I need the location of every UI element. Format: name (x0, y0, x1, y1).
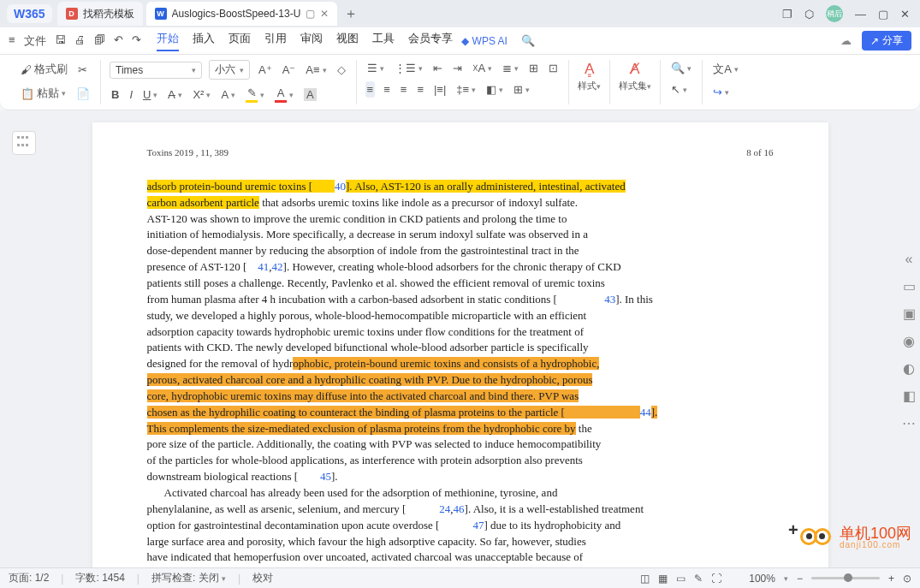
right-sidebar: « ▭ ▣ ◉ ◐ ◧ ⋯ (901, 252, 917, 431)
text-direction-icon[interactable]: ☓A▾ (471, 60, 495, 76)
cut-icon[interactable]: ✂ (76, 62, 89, 78)
decrease-indent-icon[interactable]: ⇤ (431, 60, 444, 76)
search-icon[interactable]: 🔍 (521, 34, 535, 47)
print-icon[interactable]: 🖨 (74, 33, 86, 49)
fit-page-icon[interactable]: ⊙ (903, 573, 911, 585)
clear-format-icon[interactable]: ◇ (335, 62, 347, 78)
line-spacing-icon[interactable]: ‡≡▾ (454, 81, 478, 98)
border-icon[interactable]: ⊞▾ (512, 81, 531, 98)
view-mode-full-icon[interactable]: ⛶ (711, 573, 721, 585)
status-page[interactable]: 页面: 1/2 (9, 571, 49, 585)
font-color-icon[interactable]: A▾ (273, 85, 295, 104)
new-tab-button[interactable]: ＋ (341, 3, 361, 24)
tab-label: Auslogics-BoostSpeed-13-U (172, 8, 301, 20)
font-size-select[interactable]: 小六▾ (209, 60, 250, 80)
app-logo[interactable]: W365 (7, 4, 52, 23)
settings-icon[interactable]: ↪▾ (711, 84, 731, 100)
align-right-icon[interactable]: ≡ (399, 81, 409, 98)
highlight-color-icon[interactable]: ✎▾ (244, 85, 266, 104)
status-wordcount[interactable]: 字数: 1454 (75, 571, 124, 585)
preview-icon[interactable]: 🗐 (94, 33, 105, 49)
bold-icon[interactable]: B (110, 86, 121, 103)
zoom-out-icon[interactable]: − (797, 573, 803, 585)
increase-indent-icon[interactable]: ⇥ (451, 60, 464, 76)
style-dropdown[interactable]: A͇样式▾ (578, 60, 601, 92)
status-spellcheck[interactable]: 拼写检查: 关闭 ▾ (151, 571, 226, 585)
show-marks-icon[interactable]: ⊡ (547, 60, 560, 76)
save-icon[interactable]: 🖫 (55, 33, 66, 49)
package-icon[interactable]: ⬡ (804, 8, 814, 21)
tab-member[interactable]: 会员专享 (408, 31, 453, 51)
menu-icon[interactable]: ≡ (9, 33, 15, 49)
tab-tools[interactable]: 工具 (372, 31, 395, 51)
char-shading-icon[interactable]: A (302, 86, 318, 103)
close-window-icon[interactable]: ✕ (900, 8, 910, 21)
dropdown-icon[interactable]: ▢ (306, 8, 315, 20)
sidebar-prop-icon[interactable]: ◧ (901, 389, 917, 404)
line-spacing-top-icon[interactable]: ≣▾ (501, 60, 520, 76)
user-avatar[interactable]: 稍后 (826, 5, 843, 22)
titlebar: W365 D 找稻壳模板 W Auslogics-BoostSpeed-13-U… (0, 0, 920, 27)
tab-document-active[interactable]: W Auslogics-BoostSpeed-13-U ▢ ✕ (146, 2, 338, 26)
maximize-icon[interactable]: ▢ (878, 8, 888, 21)
view-mode-page-icon[interactable]: ▦ (658, 573, 668, 585)
sidebar-nav-icon[interactable]: ▭ (901, 279, 917, 294)
align-justify-icon[interactable]: ≡ (415, 81, 425, 98)
file-menu[interactable]: 文件 (24, 33, 46, 49)
tab-docer[interactable]: D 找稻壳模板 (57, 2, 143, 26)
view-mode-web-icon[interactable]: ▭ (676, 573, 686, 585)
find-icon[interactable]: 🔍▾ (669, 60, 693, 76)
sidebar-fold-icon[interactable]: « (901, 252, 917, 267)
table-icon[interactable]: ⊞ (527, 60, 540, 76)
close-tab-icon[interactable]: ✕ (320, 8, 329, 20)
tab-label: 找稻壳模板 (83, 7, 134, 21)
ruler-handle[interactable] (12, 131, 36, 155)
align-center-icon[interactable]: ≡ (382, 81, 392, 98)
change-case-icon[interactable]: A≡▾ (304, 62, 328, 78)
undo-icon[interactable]: ↶ (114, 33, 123, 49)
cloud-sync-icon[interactable]: ☁ (840, 34, 852, 47)
align-left-icon[interactable]: ≡ (365, 81, 376, 98)
redo-icon[interactable]: ↷ (132, 33, 141, 49)
styleset-dropdown[interactable]: A̸样式集▾ (619, 60, 651, 92)
minimize-icon[interactable]: — (855, 8, 866, 21)
sidebar-comment-icon[interactable]: ◉ (901, 334, 917, 349)
tab-page[interactable]: 页面 (229, 31, 251, 51)
font-increase-icon[interactable]: A⁺ (257, 62, 274, 78)
share-button[interactable]: ↗ 分享 (862, 31, 911, 50)
underline-icon[interactable]: U▾ (141, 86, 159, 103)
toolbar: 🖌 格式刷✂ 📋 粘贴 ▾📄 Times▾ 小六▾ A⁺ A⁻ A≡▾ ◇ B … (0, 55, 920, 110)
view-mode-outline-icon[interactable]: ◫ (640, 573, 650, 585)
tab-reference[interactable]: 引用 (264, 31, 287, 51)
tab-start[interactable]: 开始 (157, 31, 179, 51)
format-painter-button[interactable]: 🖌 格式刷 (19, 60, 69, 79)
bullet-list-icon[interactable]: ☰▾ (365, 60, 386, 76)
number-list-icon[interactable]: ⋮☰▾ (393, 60, 424, 76)
font-decrease-icon[interactable]: A⁻ (281, 62, 298, 78)
status-proofread[interactable]: 校对 (252, 571, 273, 585)
shading-icon[interactable]: ◧▾ (484, 81, 505, 98)
copy-icon[interactable]: 📄 (74, 86, 92, 102)
tab-view[interactable]: 视图 (336, 31, 359, 51)
document-page[interactable]: Toxins 2019 , 11, 389 8 of 16 adsorb pro… (92, 122, 828, 572)
select-icon[interactable]: ↖▾ (669, 81, 689, 98)
zoom-slider[interactable] (811, 577, 880, 579)
text-effect-icon[interactable]: A▾ (219, 86, 237, 103)
sidebar-thumb-icon[interactable]: ▣ (901, 306, 917, 322)
tab-review[interactable]: 审阅 (300, 31, 323, 51)
distribute-icon[interactable]: |≡| (432, 81, 448, 98)
text-tools-icon[interactable]: 文A▾ (711, 60, 740, 79)
font-family-select[interactable]: Times▾ (110, 62, 202, 79)
paste-button[interactable]: 📋 粘贴 ▾ (19, 84, 68, 103)
restore-icon[interactable]: ❐ (782, 8, 792, 21)
tab-insert[interactable]: 插入 (193, 31, 215, 51)
strikethrough-icon[interactable]: A̶▾ (166, 86, 184, 103)
zoom-in-icon[interactable]: + (888, 573, 894, 585)
italic-icon[interactable]: I (128, 86, 134, 103)
sidebar-more-icon[interactable]: ⋯ (901, 416, 917, 431)
zoom-level[interactable]: 100% (749, 573, 775, 585)
wps-ai-button[interactable]: ◆WPS AI (461, 35, 507, 47)
superscript-icon[interactable]: X²▾ (191, 86, 212, 103)
sidebar-history-icon[interactable]: ◐ (901, 361, 917, 377)
view-mode-read-icon[interactable]: ✎ (694, 573, 703, 585)
